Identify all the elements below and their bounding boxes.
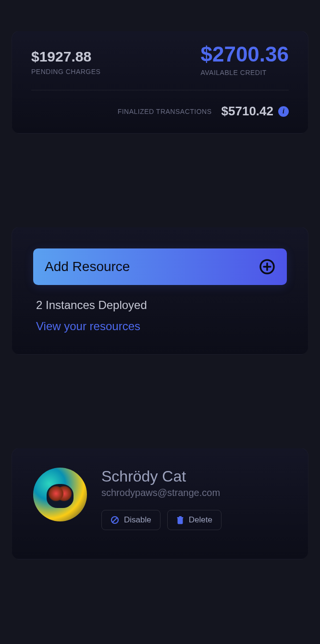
finalized-label: FINALIZED TRANSACTIONS	[118, 108, 212, 115]
finalized-right: $5710.42 i	[222, 104, 289, 119]
trash-icon	[176, 516, 184, 524]
available-credit-block: $2700.36 AVAILABLE CREDIT	[200, 49, 289, 76]
finalized-amount: $5710.42	[222, 104, 273, 119]
avatar	[33, 468, 87, 521]
user-name: Schrödy Cat	[101, 468, 222, 485]
instances-deployed-text: 2 Instances Deployed	[36, 298, 287, 312]
disable-label: Disable	[124, 515, 151, 525]
credit-amount: $2700.36	[200, 44, 289, 65]
user-info: Schrödy Cat schrodypaws@strange.com Disa…	[101, 468, 222, 530]
add-resource-button[interactable]: Add Resource	[33, 248, 287, 285]
view-resources-link[interactable]: View your resources	[36, 320, 140, 333]
delete-button[interactable]: Delete	[167, 510, 222, 530]
add-resource-label: Add Resource	[45, 259, 130, 274]
delete-label: Delete	[189, 515, 212, 525]
user-email: schrodypaws@strange.com	[101, 487, 222, 498]
balance-bottom-row: FINALIZED TRANSACTIONS $5710.42 i	[31, 90, 289, 119]
svg-line-4	[113, 518, 117, 522]
balance-card: $1927.88 PENDING CHARGES $2700.36 AVAILA…	[12, 31, 308, 134]
resources-card: Add Resource 2 Instances Deployed View y…	[12, 227, 308, 355]
user-card: Schrödy Cat schrodypaws@strange.com Disa…	[12, 448, 308, 559]
svg-rect-5	[178, 518, 182, 524]
info-icon[interactable]: i	[278, 106, 289, 117]
credit-label: AVAILABLE CREDIT	[200, 69, 289, 76]
plus-icon	[259, 259, 275, 275]
pending-charges-block: $1927.88 PENDING CHARGES	[31, 49, 100, 75]
balance-top-row: $1927.88 PENDING CHARGES $2700.36 AVAILA…	[31, 49, 289, 90]
disable-icon	[111, 516, 119, 524]
disable-button[interactable]: Disable	[101, 510, 160, 530]
pending-amount: $1927.88	[31, 49, 100, 65]
svg-rect-7	[179, 516, 181, 518]
pending-label: PENDING CHARGES	[31, 68, 100, 75]
user-actions-row: Disable Delete	[101, 510, 222, 530]
